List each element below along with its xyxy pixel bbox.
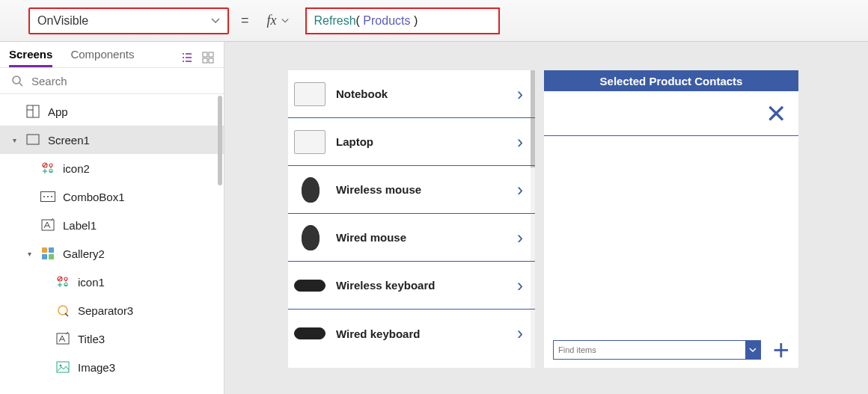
scrollbar-thumb[interactable]: [218, 96, 222, 185]
svg-rect-30: [57, 333, 69, 344]
gallery-item[interactable]: Wireless mouse ›: [288, 166, 535, 214]
tree-item-label: Gallery2: [63, 247, 105, 260]
svg-point-17: [51, 196, 52, 197]
tree-item-label: ComboBox1: [63, 191, 125, 203]
chevron-right-icon[interactable]: ›: [511, 227, 529, 248]
chevron-right-icon[interactable]: ›: [511, 132, 529, 153]
chevron-down-icon: ▾: [10, 136, 18, 144]
chevron-down-icon[interactable]: [745, 341, 760, 359]
close-icon[interactable]: ✕: [765, 101, 786, 126]
svg-rect-3: [209, 58, 213, 63]
canvas[interactable]: Notebook › Laptop › Wireless mouse › Wir…: [224, 42, 868, 394]
app-icon: [25, 104, 40, 119]
fx-icon: fx: [267, 13, 277, 28]
tree-item-screen1[interactable]: ▾ Screen1: [0, 126, 224, 154]
icons-icon: [55, 274, 70, 289]
svg-rect-20: [42, 247, 47, 253]
fx-button[interactable]: fx: [261, 13, 295, 28]
svg-point-33: [60, 365, 62, 367]
product-title: Wireless keyboard: [336, 279, 501, 292]
product-image: [294, 130, 326, 154]
formula-fn: Refresh: [314, 14, 356, 28]
separator-icon: [55, 303, 70, 318]
grid-view-icon[interactable]: [201, 51, 215, 64]
tree-item-label: Title3: [78, 333, 105, 345]
formula-arg: Products: [363, 14, 410, 28]
svg-rect-22: [42, 254, 47, 259]
tree-item-separator3[interactable]: Separator3: [0, 296, 224, 324]
image-icon: [55, 360, 70, 375]
search-icon: [10, 74, 24, 87]
find-items-combobox[interactable]: Find items: [553, 340, 761, 360]
gallery-item[interactable]: Wired mouse ›: [288, 214, 535, 262]
svg-line-11: [43, 164, 46, 167]
svg-point-16: [47, 196, 49, 197]
svg-rect-21: [49, 247, 54, 253]
svg-rect-23: [49, 254, 54, 259]
gallery-item[interactable]: Wired keyboard ›: [288, 310, 535, 357]
product-title: Wired keyboard: [336, 327, 501, 340]
equals-label: =: [239, 13, 251, 28]
combobox-icon: [40, 189, 55, 204]
tree-item-image3[interactable]: Image3: [0, 353, 224, 381]
product-title: Notebook: [336, 87, 501, 100]
tree-item-app[interactable]: App: [0, 97, 224, 126]
gallery[interactable]: Notebook › Laptop › Wireless mouse › Wir…: [288, 70, 535, 368]
gallery-item[interactable]: Laptop ›: [288, 118, 535, 166]
add-icon[interactable]: +: [773, 336, 789, 364]
svg-rect-32: [57, 362, 69, 372]
product-image: [302, 177, 320, 203]
product-title: Laptop: [336, 135, 501, 148]
tree-item-label: Label1: [63, 219, 97, 232]
gallery-item[interactable]: Notebook ›: [288, 70, 535, 118]
svg-point-15: [43, 196, 45, 197]
chevron-right-icon[interactable]: ›: [511, 275, 529, 296]
tree-item-icon1[interactable]: icon1: [0, 268, 224, 296]
icons-icon: [40, 161, 55, 176]
detail-panel: Selected Product Contacts ✕ Find items +: [544, 70, 798, 368]
tree-item-gallery2[interactable]: ▾ Gallery2: [0, 239, 224, 268]
tab-screens[interactable]: Screens: [9, 48, 52, 67]
product-image: [294, 327, 326, 339]
chevron-right-icon[interactable]: ›: [511, 179, 529, 200]
label-icon: [55, 331, 70, 346]
tree-item-icon2[interactable]: icon2: [0, 154, 224, 182]
chevron-right-icon[interactable]: ›: [511, 323, 529, 344]
svg-line-29: [65, 313, 68, 316]
tree-item-combobox1[interactable]: ComboBox1: [0, 182, 224, 211]
gallery-item[interactable]: Wireless keyboard ›: [288, 262, 535, 310]
svg-rect-9: [27, 135, 39, 144]
gallery-icon: [40, 246, 55, 261]
chevron-down-icon: ▾: [25, 250, 33, 258]
svg-rect-0: [203, 52, 207, 57]
label-icon: [40, 218, 55, 233]
tree-panel: Screens Components: [0, 42, 224, 394]
tree-item-label: App: [48, 105, 68, 118]
combobox-placeholder: Find items: [554, 341, 745, 359]
tree-item-label: Separator3: [78, 304, 133, 317]
svg-line-5: [19, 83, 22, 86]
product-image: [294, 82, 326, 106]
detail-body: [544, 136, 798, 332]
property-dropdown[interactable]: OnVisible: [28, 7, 229, 34]
formula-input[interactable]: Refresh( Products ): [305, 7, 500, 34]
product-image: [294, 280, 326, 292]
tree-item-label: Image3: [78, 361, 115, 374]
chevron-down-icon: [281, 17, 289, 25]
svg-rect-2: [203, 58, 207, 63]
tree-item-label: icon1: [78, 276, 105, 289]
tree-item-label: Screen1: [48, 134, 90, 147]
tab-components[interactable]: Components: [70, 48, 134, 67]
tree-item-label: icon2: [63, 162, 90, 175]
tree-item-title3[interactable]: Title3: [0, 324, 224, 353]
product-image: [302, 225, 320, 250]
tree-item-label1[interactable]: Label1: [0, 211, 224, 239]
chevron-right-icon[interactable]: ›: [511, 84, 529, 105]
svg-rect-1: [209, 52, 213, 57]
list-view-icon[interactable]: [180, 51, 194, 64]
property-label: OnVisible: [37, 14, 88, 28]
stage: Notebook › Laptop › Wireless mouse › Wir…: [288, 70, 804, 368]
product-title: Wired mouse: [336, 231, 501, 244]
search-input[interactable]: [31, 75, 213, 87]
screen-icon: [25, 132, 40, 147]
